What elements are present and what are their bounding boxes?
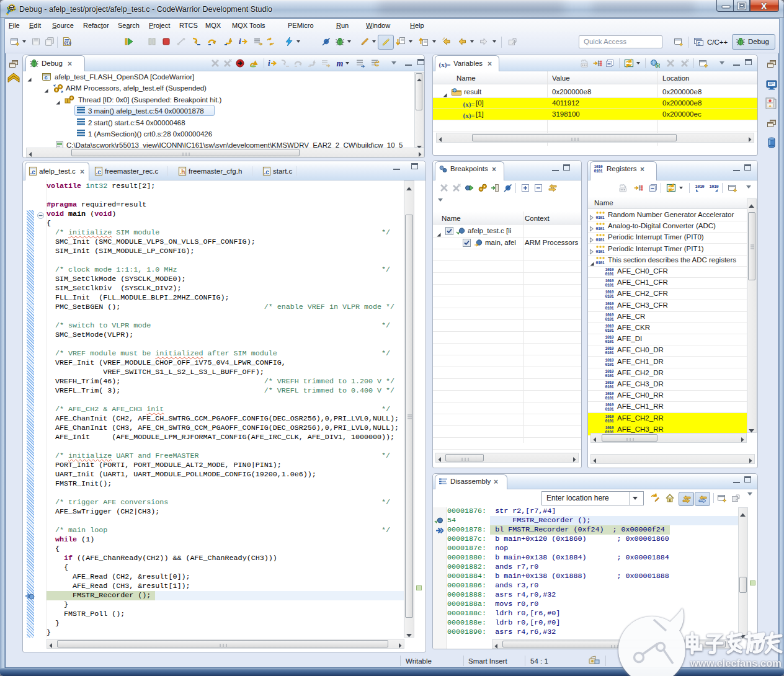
svg-text:(x)=: (x)= [439,61,451,69]
svg-text:0101: 0101 [605,396,614,401]
svg-text:.c: .c [264,169,270,176]
svg-text:0101: 0101 [605,374,614,378]
svg-text:0101: 0101 [596,250,605,254]
svg-text:0101: 0101 [605,340,614,344]
svg-text:0101: 0101 [605,363,614,367]
svg-text:0101: 0101 [605,329,614,333]
svg-text:C: C [698,42,701,47]
svg-text:(x)=: (x)= [463,112,475,120]
svg-text:0101: 0101 [594,169,603,174]
svg-text:1010: 1010 [695,184,705,189]
svg-text:.c: .c [96,169,102,176]
svg-text:0101: 0101 [605,283,614,288]
svg-text:0101: 0101 [605,318,614,322]
svg-text:010: 010 [64,42,71,46]
svg-text:m: m [337,59,344,68]
svg-text:i: i [239,37,241,46]
svg-text:1010: 1010 [710,184,719,189]
svg-text:0101: 0101 [596,238,605,242]
svg-text:0101: 0101 [605,407,614,412]
svg-text:0101: 0101 [605,385,614,389]
svg-text:0101: 0101 [605,272,614,277]
svg-text:c: c [45,75,48,81]
svg-text:i: i [268,58,270,68]
svg-text:0101: 0101 [596,227,605,231]
svg-text:X: X [761,1,767,11]
svg-text:66: 66 [656,62,661,69]
svg-text:0101: 0101 [596,261,605,265]
svg-text:0101: 0101 [605,419,614,424]
svg-text:.c: .c [30,169,36,176]
svg-text:0101: 0101 [605,351,614,355]
svg-text:0101: 0101 [605,295,614,299]
svg-text:.h: .h [180,169,185,176]
svg-text:0101: 0101 [605,306,614,311]
svg-text:0101: 0101 [596,216,605,220]
svg-text:(x)=: (x)= [463,100,475,109]
